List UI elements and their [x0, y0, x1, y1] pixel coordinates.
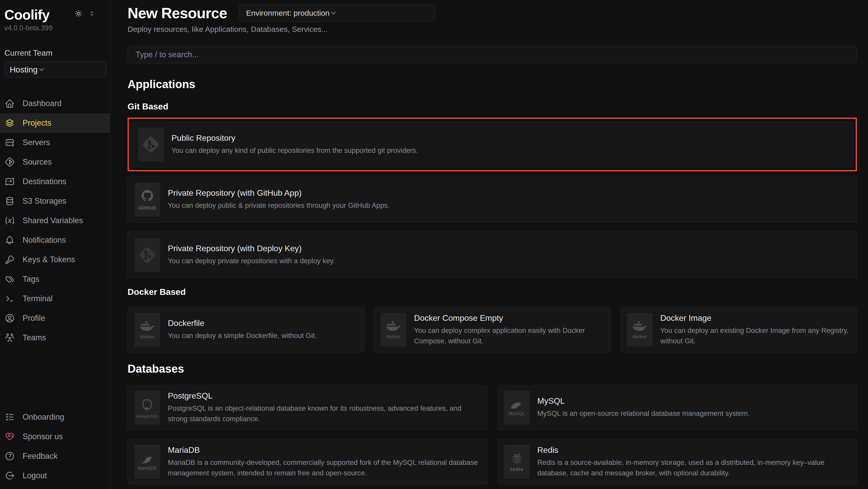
sidebar-item-label: Servers: [23, 138, 50, 147]
environment-select[interactable]: Environment: production: [239, 4, 435, 22]
card-title: MySQL: [537, 396, 750, 406]
resource-card-private-repository-deploy-key[interactable]: Private Repository (with Deploy Key) You…: [128, 232, 857, 278]
sidebar-item-label: Keys & Tokens: [23, 255, 75, 264]
page-title: New Resource: [128, 4, 227, 22]
sidebar-item-dashboard[interactable]: Dashboard: [0, 94, 110, 113]
git-logo: [134, 238, 160, 272]
tile-label: docker: [386, 334, 401, 340]
theme-mode-selector[interactable]: [89, 10, 95, 17]
sidebar-item-label: S3 Storages: [23, 197, 66, 206]
sidebar-nav: Dashboard Projects Servers Sources Desti…: [4, 94, 106, 347]
team-select[interactable]: Hosting: [4, 61, 107, 78]
tile-label: MySQL: [509, 411, 525, 416]
resource-card-private-repository-github-app[interactable]: GitHub Private Repository (with GitHub A…: [128, 176, 857, 223]
main-content: New Resource Environment: production Dep…: [111, 0, 868, 489]
map-icon: [5, 176, 15, 187]
sidebar-item-label: Notifications: [23, 235, 66, 245]
docker-logo: docker: [134, 313, 160, 347]
heart-handshake-icon: [5, 431, 15, 442]
chevron-down-icon: [38, 66, 45, 74]
card-title: PostgreSQL: [168, 391, 481, 401]
sidebar-item-label: Projects: [23, 118, 51, 127]
sidebar-item-teams[interactable]: Teams: [0, 328, 110, 347]
resource-card-dockerfile[interactable]: docker Dockerfile You can deploy a simpl…: [128, 307, 365, 352]
tile-label: redis: [510, 466, 523, 472]
card-title: Public Repository: [172, 133, 418, 143]
checklist-icon: [5, 412, 15, 422]
sidebar-item-onboarding[interactable]: Onboarding: [0, 407, 110, 427]
card-description: You can deploy complex application easil…: [414, 325, 603, 346]
users-group-icon: [5, 333, 15, 343]
app-version: v4.0.0-beta.399: [4, 24, 106, 32]
home-icon: [5, 98, 15, 109]
current-team-label: Current Team: [4, 49, 106, 58]
layers-icon: [5, 118, 15, 128]
sidebar: Coolify v4.0.0-beta.399 Current Team Hos…: [0, 0, 111, 489]
resource-card-mysql[interactable]: MySQL MySQL MySQL is an open-source rela…: [497, 385, 857, 430]
tile-label: docker: [140, 334, 155, 340]
sidebar-item-projects[interactable]: Projects: [0, 113, 110, 133]
sidebar-item-keys-tokens[interactable]: Keys & Tokens: [0, 250, 110, 269]
card-title: Redis: [537, 445, 850, 455]
resource-card-docker-compose-empty[interactable]: docker Docker Compose Empty You can depl…: [374, 307, 611, 352]
sidebar-item-sponsor-us[interactable]: Sponsor us: [0, 427, 110, 447]
sidebar-item-label: Onboarding: [23, 412, 64, 422]
sidebar-item-s3-storages[interactable]: S3 Storages: [0, 191, 110, 211]
card-title: MariaDB: [168, 445, 481, 455]
resource-card-postgresql[interactable]: PostgreSQL PostgreSQL PostgreSQL is an o…: [128, 385, 488, 430]
sidebar-item-terminal[interactable]: Terminal: [0, 289, 110, 309]
sidebar-item-label: Sources: [23, 157, 52, 167]
terminal-icon: [5, 293, 15, 304]
sidebar-item-label: Sponsor us: [23, 432, 63, 441]
card-title: Private Repository (with GitHub App): [168, 188, 390, 198]
page-subtitle: Deploy resources, like Applications, Dat…: [128, 25, 857, 34]
chevron-up-down-icon: [89, 10, 95, 17]
sidebar-item-sources[interactable]: Sources: [0, 152, 110, 172]
card-title: Dockerfile: [168, 318, 317, 328]
applications-heading: Applications: [128, 78, 857, 91]
card-description: You can deploy private repositories with…: [168, 256, 335, 266]
resource-card-redis[interactable]: redis Redis Redis is a source-available,…: [497, 439, 857, 484]
sidebar-item-servers[interactable]: Servers: [0, 133, 110, 152]
environment-select-value: Environment: production: [246, 9, 330, 18]
resource-card-docker-image[interactable]: docker Docker Image You can deploy an ex…: [620, 307, 857, 352]
sidebar-item-notifications[interactable]: Notifications: [0, 230, 110, 250]
sidebar-item-feedback[interactable]: Feedback: [0, 447, 110, 466]
server-icon: [5, 137, 15, 148]
chevron-down-icon: [330, 9, 337, 17]
sidebar-item-label: Profile: [23, 314, 45, 323]
docker-based-heading: Docker Based: [128, 287, 857, 297]
sidebar-item-shared-variables[interactable]: Shared Variables: [0, 211, 110, 230]
key-icon: [5, 255, 15, 265]
git-logo: [138, 127, 164, 162]
card-description: You can deploy a simple Dockerfile, with…: [168, 330, 317, 341]
databases-heading: Databases: [128, 363, 857, 375]
git-based-heading: Git Based: [128, 102, 857, 112]
docker-logo: docker: [627, 313, 653, 347]
sidebar-item-tags[interactable]: Tags: [0, 269, 110, 289]
resource-card-mariadb[interactable]: MariaDB MariaDB MariaDB is a community-d…: [128, 439, 488, 484]
sidebar-item-logout[interactable]: Logout: [0, 466, 110, 485]
tile-label: docker: [632, 334, 647, 340]
highlight-annotation: Public Repository You can deploy any kin…: [128, 118, 857, 171]
bell-icon: [5, 235, 15, 245]
card-description: MySQL is an open-source relational datab…: [537, 408, 750, 419]
tile-label: MariaDB: [138, 466, 157, 471]
sidebar-item-label: Feedback: [23, 452, 58, 461]
user-circle-icon: [5, 313, 15, 323]
sidebar-item-profile[interactable]: Profile: [0, 309, 110, 328]
search-input[interactable]: [128, 46, 857, 63]
docker-logo: docker: [381, 313, 406, 347]
sidebar-item-label: Logout: [23, 471, 47, 480]
mysql-logo: MySQL: [504, 391, 530, 425]
sidebar-item-label: Dashboard: [23, 99, 62, 108]
sidebar-item-label: Destinations: [23, 177, 66, 186]
tile-label: GitHub: [138, 205, 156, 211]
sidebar-item-destinations[interactable]: Destinations: [0, 172, 110, 191]
card-description: You can deploy any kind of public reposi…: [172, 145, 418, 156]
resource-card-public-repository[interactable]: Public Repository You can deploy any kin…: [131, 121, 854, 168]
team-select-value: Hosting: [10, 65, 38, 75]
card-title: Docker Compose Empty: [414, 313, 603, 323]
git-icon: [5, 157, 15, 167]
theme-toggle-button[interactable]: [74, 9, 83, 18]
